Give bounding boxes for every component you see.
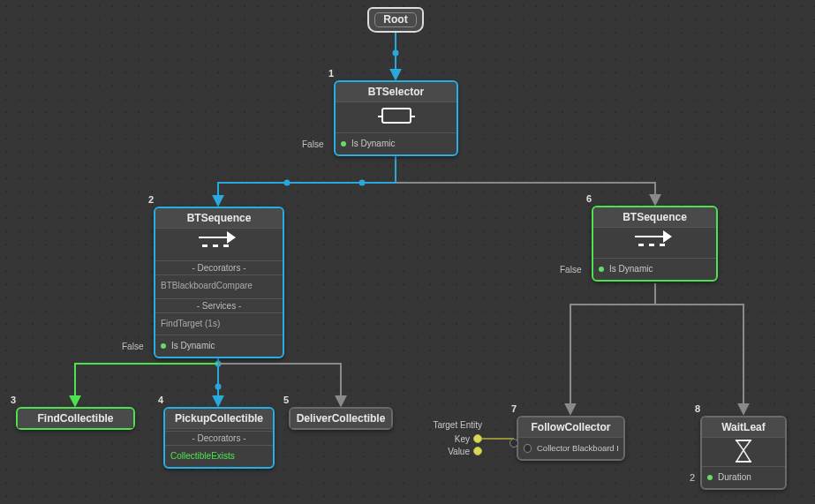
node-index: 7 [511,403,517,414]
node-index: 1 [328,68,334,79]
node-btsequence-2[interactable]: 2 BTSequence - Decorators - BTBlackboard… [154,207,284,358]
node-root-label: Root [383,13,407,26]
decorators-header: - Decorators - [165,431,273,446]
input-port[interactable] [509,439,518,448]
target-entity-title: Target Entity [424,420,482,430]
node-pickupcollectible[interactable]: 4 PickupCollectible - Decorators - Colle… [163,407,275,469]
node-title: FollowCollector [518,417,623,438]
hourglass-icon [735,440,752,463]
svg-point-3 [215,361,222,367]
node-title: BTSequence [593,207,716,228]
services-header: - Services - [155,298,283,313]
node-title: DeliverCollectible [291,409,391,428]
node-index: 3 [11,395,16,405]
node-index: 2 [148,194,154,205]
false-label: False [560,265,581,275]
false-label: False [302,139,323,149]
status-dot [341,141,346,147]
svg-point-0 [393,50,399,56]
node-index: 8 [695,403,700,414]
node-title: FindCollectible [18,409,133,428]
node-delivercollectible[interactable]: 5 DeliverCollectible [289,407,393,430]
node-title: BTSequence [155,208,283,229]
svg-point-4 [215,384,222,390]
node-btsequence-6[interactable]: 6 BTSequence Is Dynamic False [592,206,718,282]
node-btselector[interactable]: 1 BTSelector Is Dynamic False [334,80,458,156]
sequence-icon [593,228,716,258]
status-dot [707,475,713,480]
node-findcollectible[interactable]: 3 FindCollectible [16,407,135,430]
status-dot [161,343,166,349]
sequence-icon [155,229,283,259]
behavior-tree-canvas[interactable]: Root 1 BTSelector Is Dynamic False 2 BTS… [0,0,815,504]
status-dot [599,267,604,272]
key-port[interactable] [473,434,482,443]
node-index: 4 [158,395,163,405]
node-waitleaf[interactable]: 8 WaitLeaf Duration 2 [700,416,787,490]
key-label: Key [455,434,470,444]
value-port[interactable] [473,447,482,455]
decorator-item: CollectibleExists [170,449,268,463]
selector-icon [336,102,457,132]
node-index: 5 [283,395,289,405]
value-label: Value [448,447,470,456]
port-icon [524,444,532,453]
duration-value: 2 [690,472,695,483]
node-followcollector[interactable]: 7 FollowCollector Collector Blackboard R… [517,416,625,461]
svg-point-1 [359,180,366,186]
duration-label: Duration [718,470,751,485]
node-title: BTSelector [336,82,457,102]
svg-point-2 [284,180,291,186]
target-entity-panel[interactable]: Target Entity Key Value [424,420,482,457]
service-item: FindTarget (1s) [161,317,277,331]
node-index: 6 [586,193,592,204]
decorators-header: - Decorators - [155,260,283,275]
is-dynamic-label: Is Dynamic [171,339,215,353]
node-root[interactable]: Root [367,7,424,33]
node-subtitle: Collector Blackboard Ref [537,441,618,455]
is-dynamic-label: Is Dynamic [609,262,653,276]
is-dynamic-label: Is Dynamic [351,137,395,151]
decorator-item: BTBlackboardCompare [161,279,277,293]
node-title: WaitLeaf [702,417,785,438]
false-label: False [122,342,143,351]
node-title: PickupCollectible [165,409,273,429]
